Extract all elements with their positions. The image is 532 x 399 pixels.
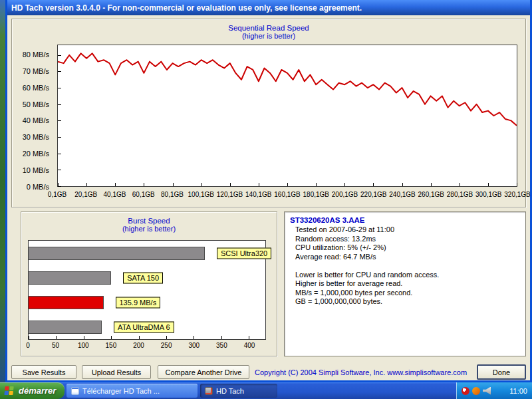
messenger-tray-icon[interactable]	[472, 387, 480, 395]
drive-model: ST3320620AS 3.AAE	[285, 212, 525, 225]
y-tick-label: 10 MB/s	[23, 166, 49, 174]
y-tick-mark	[58, 71, 61, 72]
x-tick-label: 120,1GB	[217, 191, 243, 198]
read-speed-line	[58, 53, 517, 125]
y-tick-mark	[58, 154, 61, 154]
ati-tray-icon[interactable]	[462, 387, 469, 395]
y-tick-mark	[58, 55, 61, 56]
info-line: MB/s = 1,000,000 bytes per second.	[285, 289, 525, 298]
volume-tray-icon[interactable]	[483, 387, 491, 395]
taskbar-task-button[interactable]: HD Tach	[200, 384, 277, 398]
drive-info-lines: Tested on 2007-06-29 at 11:00Random acce…	[285, 225, 525, 307]
burst-x-tick-label: 0	[26, 342, 30, 349]
burst-x-tick-label: 150	[106, 342, 117, 349]
titlebar[interactable]: HD Tach version 3.0.4.0 - For non-commer…	[7, 0, 530, 15]
y-tick-label: 20 MB/s	[23, 150, 49, 158]
x-tick-mark	[460, 183, 460, 186]
x-tick-label: 280,1GB	[447, 191, 473, 198]
system-tray: 11:00	[456, 382, 532, 399]
compare-another-drive-button[interactable]: Compare Another Drive	[158, 365, 249, 379]
burst-bar-label: 135.9 MB/s	[116, 297, 161, 308]
x-tick-mark	[287, 183, 288, 186]
x-tick-mark	[316, 183, 317, 186]
burst-x-tick-mark	[249, 336, 249, 339]
burst-x-tick-mark	[139, 336, 140, 339]
task-icon	[71, 387, 79, 395]
x-tick-mark	[230, 183, 231, 186]
save-results-button[interactable]: Save Results	[11, 365, 76, 379]
sequential-plot-area	[57, 45, 517, 187]
y-tick-label: 70 MB/s	[23, 67, 49, 75]
y-tick-label: 50 MB/s	[23, 100, 49, 108]
windows-flag-icon	[4, 386, 15, 396]
y-tick-mark	[58, 137, 61, 138]
x-tick-mark	[58, 183, 59, 186]
read-speed-chart	[58, 45, 517, 186]
taskbar-task-button[interactable]: Télécharger HD Tach ...	[66, 384, 198, 398]
info-line: Lower is better for CPU and random acces…	[285, 271, 525, 280]
burst-x-tick-label: 400	[244, 342, 255, 349]
x-tick-label: 100,1GB	[188, 191, 214, 198]
x-tick-label: 0,1GB	[48, 191, 66, 198]
burst-x-tick-mark	[56, 336, 57, 339]
y-tick-mark	[58, 120, 61, 121]
burst-bar	[29, 321, 102, 334]
x-tick-label: 20,1GB	[74, 191, 97, 198]
copyright-text: Copyright (C) 2004 Simpli Software, Inc.…	[255, 368, 467, 376]
x-tick-label: 200,1GB	[332, 191, 358, 198]
burst-bar	[29, 296, 104, 309]
burst-chart-title: Burst Speed	[21, 217, 277, 225]
y-tick-mark	[58, 88, 61, 88]
x-tick-label: 260,1GB	[418, 191, 444, 198]
clock: 11:00	[509, 387, 527, 395]
sequential-y-axis: 80 MB/s70 MB/s60 MB/s50 MB/s40 MB/s30 MB…	[12, 45, 55, 187]
y-tick-label: 30 MB/s	[23, 133, 49, 141]
y-tick-mark	[58, 104, 61, 105]
x-tick-mark	[259, 183, 259, 186]
x-tick-mark	[201, 183, 202, 186]
x-tick-mark	[517, 183, 517, 186]
x-tick-mark	[402, 183, 403, 186]
y-tick-mark	[58, 186, 61, 187]
x-tick-label: 240,1GB	[389, 191, 415, 198]
info-line: CPU utilization: 5% (+/- 2%)	[285, 243, 525, 253]
sequential-chart-title: Sequential Read Speed	[12, 24, 525, 32]
burst-x-tick-mark	[194, 336, 194, 339]
info-line	[285, 261, 525, 271]
x-tick-label: 140,1GB	[245, 191, 271, 198]
x-tick-mark	[86, 183, 87, 186]
start-button[interactable]: démarrer	[0, 382, 65, 399]
task-label: HD Tach	[216, 387, 244, 395]
burst-x-tick-label: 100	[78, 342, 89, 349]
burst-x-tick-label: 250	[161, 342, 172, 349]
burst-x-tick-mark	[84, 336, 84, 339]
burst-x-tick-label: 350	[216, 342, 227, 349]
x-tick-label: 60,1GB	[132, 191, 155, 198]
burst-bar-label: SCSI Ultra320	[217, 247, 271, 259]
task-icon	[205, 387, 213, 395]
done-button[interactable]: Done	[477, 364, 526, 380]
burst-bar	[29, 247, 205, 260]
sequential-chart-subtitle: (higher is better)	[12, 32, 525, 40]
sequential-read-panel: Sequential Read Speed (higher is better)…	[11, 19, 526, 207]
drive-info-panel: ST3320620AS 3.AAE Tested on 2007-06-29 a…	[284, 211, 526, 356]
upload-results-button[interactable]: Upload Results	[82, 365, 151, 379]
burst-x-tick-label: 300	[188, 342, 200, 349]
burst-speed-panel: Burst Speed (higher is better) SCSI Ultr…	[21, 211, 277, 356]
window-title: HD Tach version 3.0.4.0 - For non-commer…	[11, 3, 362, 13]
taskbar: démarrer Télécharger HD Tach ...HD Tach …	[0, 382, 532, 399]
x-tick-mark	[115, 183, 116, 186]
x-tick-label: 160,1GB	[274, 191, 300, 198]
x-tick-mark	[373, 183, 374, 186]
x-tick-label: 80,1GB	[161, 191, 184, 198]
info-line: Average read: 64.7 MB/s	[285, 253, 525, 262]
y-tick-label: 60 MB/s	[23, 84, 49, 92]
y-tick-label: 0 MB/s	[27, 183, 49, 191]
burst-x-tick-label: 50	[52, 342, 59, 349]
info-line: Random access: 13.2ms	[285, 235, 525, 244]
x-tick-mark	[144, 183, 144, 186]
info-line: Higher is better for average read.	[285, 279, 525, 289]
task-label: Télécharger HD Tach ...	[82, 387, 160, 395]
info-line: GB = 1,000,000,000 bytes.	[285, 297, 525, 307]
info-line: Tested on 2007-06-29 at 11:00	[285, 225, 525, 235]
